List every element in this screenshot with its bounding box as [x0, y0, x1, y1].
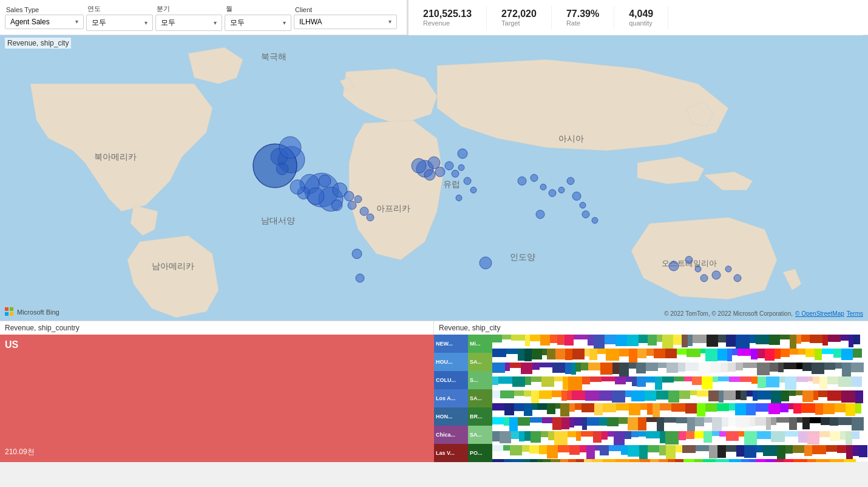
- color-cell[interactable]: [552, 390, 561, 397]
- color-cell[interactable]: [599, 390, 612, 401]
- color-cell[interactable]: [852, 417, 864, 431]
- color-cell[interactable]: [830, 459, 844, 462]
- color-cell[interactable]: [532, 403, 537, 410]
- color-cell[interactable]: [796, 376, 808, 382]
- color-cell[interactable]: [547, 445, 558, 458]
- city-houston[interactable]: HOU...: [434, 353, 468, 371]
- color-cell[interactable]: [606, 349, 619, 361]
- color-cell[interactable]: [729, 376, 740, 382]
- color-cell[interactable]: [692, 376, 702, 385]
- color-cell[interactable]: [568, 376, 582, 390]
- color-cell[interactable]: [813, 390, 818, 400]
- color-cell[interactable]: [682, 335, 688, 347]
- color-cell[interactable]: [781, 349, 790, 357]
- color-cell[interactable]: [841, 335, 849, 341]
- color-cell[interactable]: [685, 363, 699, 371]
- color-cell[interactable]: [728, 417, 736, 426]
- color-cell[interactable]: [750, 335, 756, 343]
- color-cell[interactable]: [602, 376, 615, 381]
- color-cell[interactable]: [595, 445, 600, 451]
- color-cell[interactable]: [621, 445, 628, 455]
- color-cell[interactable]: [718, 335, 726, 342]
- color-cell[interactable]: [853, 445, 859, 456]
- color-cell[interactable]: [615, 459, 629, 462]
- color-cell[interactable]: [531, 376, 541, 382]
- color-cell[interactable]: [532, 363, 540, 370]
- color-cell[interactable]: [827, 390, 841, 401]
- color-cell[interactable]: [572, 349, 585, 359]
- color-cell[interactable]: [524, 431, 531, 441]
- color-cell[interactable]: [629, 363, 636, 369]
- color-cell[interactable]: [835, 403, 846, 412]
- color-cell[interactable]: [509, 417, 518, 431]
- color-cell[interactable]: [504, 403, 514, 415]
- color-cell[interactable]: [571, 363, 576, 375]
- color-cell[interactable]: [576, 363, 581, 372]
- color-cell[interactable]: [826, 445, 837, 452]
- color-cell[interactable]: [757, 363, 770, 375]
- color-cell[interactable]: [602, 431, 608, 440]
- color-cell[interactable]: [746, 403, 756, 415]
- client-select[interactable]: ILHWA ▾: [294, 15, 397, 29]
- color-cell[interactable]: [757, 431, 771, 439]
- color-cell[interactable]: [658, 363, 666, 368]
- color-cell[interactable]: [629, 403, 640, 415]
- color-cell[interactable]: [665, 431, 679, 444]
- color-cell[interactable]: [631, 390, 645, 401]
- color-cell[interactable]: [529, 445, 539, 454]
- color-cell[interactable]: [828, 335, 841, 342]
- color-cell[interactable]: [607, 417, 619, 426]
- color-cell[interactable]: [833, 349, 841, 358]
- color-cell[interactable]: [639, 445, 648, 459]
- color-cell[interactable]: [608, 431, 614, 437]
- color-cell[interactable]: [657, 335, 662, 342]
- color-cell[interactable]: [815, 403, 823, 415]
- color-cell[interactable]: [548, 431, 554, 440]
- color-cell[interactable]: [569, 445, 580, 455]
- city-honolulu[interactable]: HON...: [434, 407, 468, 426]
- color-cell[interactable]: [587, 417, 599, 426]
- color-cell[interactable]: [631, 431, 639, 437]
- color-cell[interactable]: [605, 335, 615, 344]
- city-columbus[interactable]: COLU...: [434, 371, 468, 389]
- color-cell[interactable]: [614, 431, 625, 445]
- color-cell[interactable]: [758, 390, 771, 400]
- color-cell[interactable]: [574, 335, 588, 339]
- color-cell[interactable]: [582, 417, 587, 430]
- color-cell[interactable]: [645, 390, 656, 401]
- color-cell[interactable]: [492, 431, 500, 441]
- color-cell[interactable]: [565, 335, 574, 346]
- color-cell[interactable]: [576, 459, 584, 462]
- color-cell[interactable]: [693, 335, 707, 343]
- color-cell[interactable]: [694, 431, 704, 438]
- color-cell[interactable]: [659, 445, 666, 455]
- color-cell[interactable]: [525, 335, 530, 346]
- color-cell[interactable]: [830, 417, 838, 426]
- color-cell[interactable]: [696, 445, 709, 451]
- color-cell[interactable]: [586, 445, 595, 459]
- color-cell[interactable]: [664, 417, 676, 423]
- color-cell[interactable]: [838, 376, 852, 387]
- color-cell[interactable]: [540, 335, 550, 346]
- color-cell[interactable]: [629, 459, 640, 462]
- color-cell[interactable]: [531, 431, 541, 443]
- color-cell[interactable]: [646, 376, 655, 383]
- color-cell[interactable]: [796, 335, 801, 344]
- color-cell[interactable]: [798, 431, 807, 443]
- color-cell[interactable]: [702, 376, 713, 389]
- color-cell[interactable]: [585, 349, 589, 356]
- color-cell[interactable]: [492, 403, 504, 410]
- color-cell[interactable]: [593, 431, 602, 443]
- color-cell[interactable]: [650, 459, 659, 462]
- color-cell[interactable]: [765, 349, 775, 361]
- color-cell[interactable]: [751, 376, 758, 384]
- color-cell[interactable]: [525, 376, 531, 385]
- color-cell[interactable]: [615, 376, 626, 384]
- color-cell[interactable]: [822, 349, 833, 354]
- color-cell[interactable]: [712, 431, 719, 436]
- color-cell[interactable]: [736, 417, 750, 427]
- color-cell[interactable]: [785, 445, 793, 454]
- color-cell[interactable]: [789, 417, 797, 430]
- color-cell[interactable]: [756, 335, 769, 344]
- color-cell[interactable]: [709, 445, 717, 458]
